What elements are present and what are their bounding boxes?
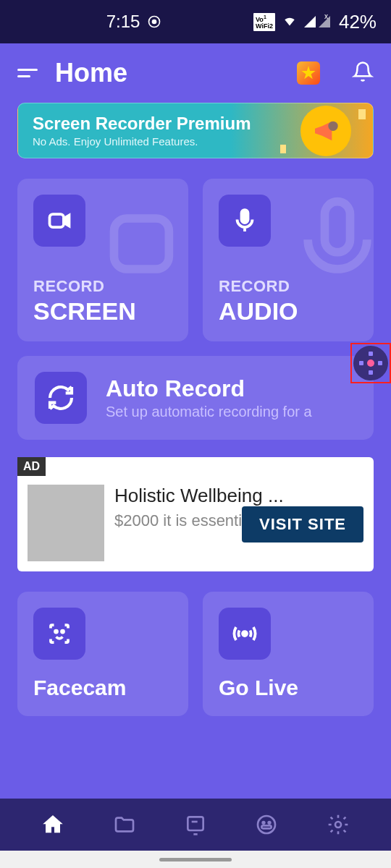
card-title: SCREEN [33, 297, 172, 326]
card-title: Go Live [219, 676, 358, 700]
ad-title: Holistic Wellbeing ... [114, 485, 363, 507]
target-icon [147, 14, 161, 29]
ad-image [28, 485, 104, 561]
record-screen-card[interactable]: RECORD SCREEN [17, 179, 188, 341]
sync-icon [35, 372, 87, 424]
auto-record-card[interactable]: Auto Record Set up automatic recording f… [17, 356, 374, 440]
signal-icon: x [304, 12, 333, 32]
nav-game[interactable] [253, 812, 279, 838]
record-audio-card[interactable]: RECORD AUDIO [203, 179, 374, 341]
page-title: Home [55, 58, 279, 88]
battery-text: 42% [339, 11, 377, 33]
crown-icon[interactable] [297, 61, 320, 85]
microphone-icon [219, 195, 271, 247]
facecam-card[interactable]: Facecam [17, 592, 188, 716]
card-title: AUDIO [219, 297, 358, 326]
status-bar: 7:15 Vo1WiFi2 x 42% [0, 0, 391, 43]
app-header: Home [0, 43, 391, 103]
gesture-bar [0, 851, 391, 868]
megaphone-icon [300, 106, 351, 156]
nav-edit[interactable] [182, 812, 209, 838]
auto-record-subtitle: Set up automatic recording for a [106, 404, 312, 420]
svg-rect-5 [114, 218, 169, 269]
vowifi-badge: Vo1WiFi2 [253, 13, 275, 31]
nav-settings[interactable] [325, 812, 351, 838]
bell-icon[interactable] [352, 61, 374, 85]
wifi-icon [281, 12, 298, 32]
visit-site-button[interactable]: VISIT SITE [242, 506, 363, 542]
golive-card[interactable]: Go Live [203, 592, 374, 716]
face-icon [33, 608, 85, 660]
premium-banner[interactable]: Screen Recorder Premium No Ads. Enjoy Un… [17, 103, 374, 158]
camera-icon [33, 195, 85, 247]
svg-rect-17 [262, 825, 272, 828]
ad-card[interactable]: AD Holistic Wellbeing ... $2000 it is es… [17, 457, 374, 571]
menu-icon[interactable] [17, 69, 38, 77]
svg-point-3 [328, 121, 337, 130]
svg-rect-11 [188, 817, 203, 830]
card-title: Facecam [33, 676, 172, 700]
svg-point-9 [62, 631, 64, 633]
svg-point-18 [335, 822, 341, 827]
svg-rect-4 [50, 214, 64, 227]
status-time: 7:15 [106, 12, 140, 32]
svg-rect-6 [242, 210, 248, 223]
auto-record-title: Auto Record [106, 375, 312, 402]
svg-point-1 [153, 20, 156, 24]
svg-point-16 [269, 822, 271, 824]
svg-point-10 [243, 631, 247, 636]
svg-point-8 [55, 631, 57, 633]
bottom-nav [0, 799, 391, 851]
svg-rect-7 [325, 202, 350, 252]
nav-home[interactable] [40, 812, 66, 838]
floating-recorder-widget[interactable] [350, 343, 391, 383]
svg-text:x: x [324, 13, 328, 20]
broadcast-icon [219, 608, 271, 660]
svg-point-15 [263, 822, 265, 824]
ad-badge: AD [17, 457, 46, 476]
nav-folder[interactable] [112, 812, 138, 838]
